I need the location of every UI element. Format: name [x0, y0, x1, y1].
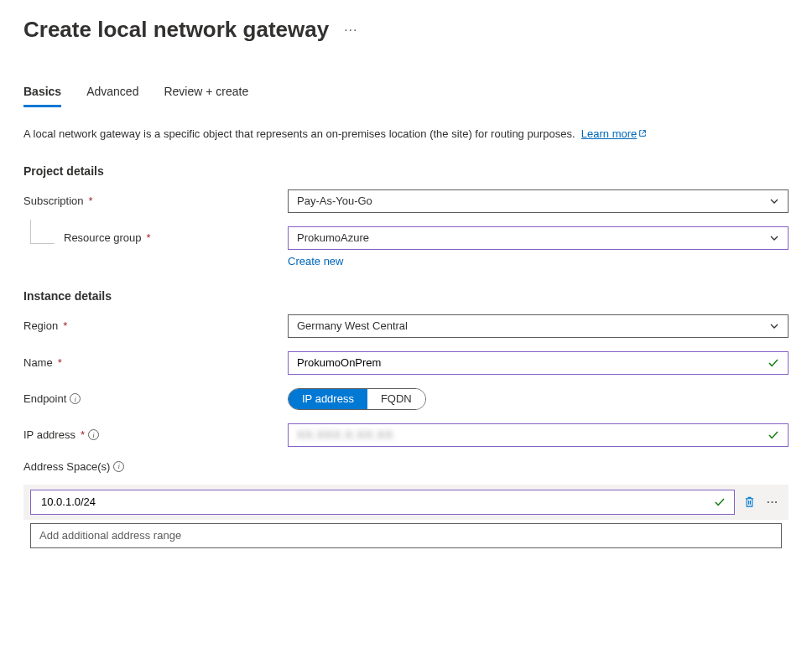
ip-address-input[interactable]: XX.XXX.X.XX.XX [288, 423, 789, 447]
more-options-icon[interactable]: ··· [344, 23, 357, 38]
tab-advanced[interactable]: Advanced [86, 85, 138, 107]
label-address-spaces: Address Space(s) i [23, 460, 288, 473]
endpoint-option-fqdn[interactable]: FQDN [367, 389, 425, 409]
section-instance-details: Instance details [23, 289, 789, 303]
delete-address-button[interactable] [740, 490, 758, 515]
tab-review-create[interactable]: Review + create [164, 85, 248, 107]
address-space-row: ··· [23, 485, 789, 520]
region-select[interactable]: Germany West Central [288, 314, 789, 338]
section-project-details: Project details [23, 164, 789, 178]
add-address-range-input[interactable]: Add additional address range [30, 523, 782, 548]
subscription-select[interactable]: Pay-As-You-Go [288, 189, 789, 213]
check-icon [768, 429, 779, 441]
name-input[interactable] [288, 351, 789, 375]
label-resource-group: Resource group* [23, 231, 288, 244]
label-subscription: Subscription* [23, 195, 288, 207]
tab-basics[interactable]: Basics [23, 85, 61, 107]
label-ip-address: IP address* i [23, 428, 288, 441]
description-text: A local network gateway is a specific ob… [23, 126, 789, 143]
chevron-down-icon [769, 233, 779, 243]
label-endpoint: Endpoint i [23, 392, 288, 405]
page-title: Create local network gateway [23, 17, 329, 43]
info-icon[interactable]: i [113, 461, 124, 472]
chevron-down-icon [769, 321, 779, 331]
endpoint-option-ip[interactable]: IP address [289, 389, 367, 409]
trash-icon [743, 495, 756, 508]
chevron-down-icon [769, 196, 779, 206]
address-space-input[interactable] [30, 490, 735, 515]
more-dots-icon: ··· [767, 495, 778, 508]
resource-group-select[interactable]: ProkumoAzure [288, 226, 789, 250]
endpoint-toggle: IP address FQDN [288, 388, 426, 410]
address-more-button[interactable]: ··· [763, 490, 782, 515]
create-new-resource-group-link[interactable]: Create new [288, 255, 789, 267]
label-name: Name* [23, 356, 288, 369]
tab-bar: Basics Advanced Review + create [23, 85, 789, 107]
check-icon [714, 496, 726, 508]
info-icon[interactable]: i [88, 429, 99, 440]
info-icon[interactable]: i [70, 393, 81, 404]
check-icon [768, 357, 779, 369]
learn-more-link[interactable]: Learn more [581, 127, 647, 140]
label-region: Region* [23, 319, 288, 332]
external-link-icon [638, 129, 647, 137]
